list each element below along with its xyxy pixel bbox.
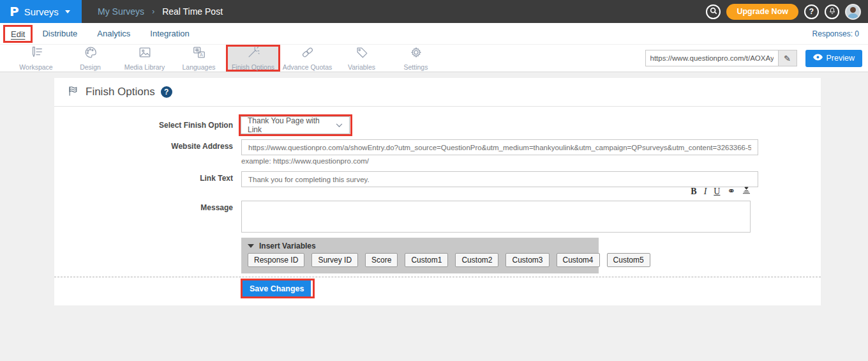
product-switcher[interactable]: P Surveys xyxy=(0,0,82,23)
insert-link-button[interactable]: ⚭ xyxy=(727,187,735,196)
toolbar-label: Finish Options xyxy=(232,63,274,71)
insert-variables-header[interactable]: Insert Variables xyxy=(241,238,599,253)
product-name: Surveys xyxy=(24,6,59,17)
search-button[interactable] xyxy=(706,4,721,19)
message-textarea[interactable] xyxy=(241,201,751,233)
media-library-icon xyxy=(138,45,152,62)
avatar-torso xyxy=(848,13,858,19)
tab-distribute[interactable]: Distribute xyxy=(42,29,77,38)
italic-button[interactable]: I xyxy=(704,187,707,196)
tag-icon xyxy=(355,45,369,62)
bold-button[interactable]: B xyxy=(691,187,696,196)
edit-tab-highlight: Edit xyxy=(3,25,33,43)
responses-count[interactable]: Responses: 0 xyxy=(812,29,859,38)
collapse-triangle-icon xyxy=(248,244,254,248)
toolbar-item-settings[interactable]: Settings xyxy=(389,45,443,72)
link-text-input[interactable] xyxy=(241,171,758,187)
var-score-button[interactable]: Score xyxy=(365,253,398,267)
finish-option-select[interactable]: Thank You Page with Link xyxy=(241,116,350,134)
top-navbar: P Surveys My Surveys › Real Time Post Up… xyxy=(0,0,868,23)
finish-options-help-badge[interactable]: ? xyxy=(161,86,172,98)
survey-tabs: Edit Distribute Analytics Integration Re… xyxy=(0,23,868,45)
breadcrumb: My Surveys › Real Time Post xyxy=(98,6,223,17)
toolbar-item-variables[interactable]: Variables xyxy=(334,45,389,72)
var-custom5-button[interactable]: Custom5 xyxy=(607,253,650,267)
save-changes-highlight: Save Changes xyxy=(241,279,315,298)
navbar-actions: Upgrade Now ? xyxy=(706,4,868,20)
breadcrumb-my-surveys[interactable]: My Surveys xyxy=(98,6,144,17)
breadcrumb-separator: › xyxy=(152,7,154,16)
finish-options-panel: Finish Options ? Select Finish Option Th… xyxy=(54,78,821,305)
form-bottom-separator xyxy=(54,277,821,277)
tab-edit[interactable]: Edit xyxy=(11,29,25,39)
toolbar-label: Advance Quotas xyxy=(283,63,333,71)
languages-icon: A xyxy=(192,45,206,62)
var-custom1-button[interactable]: Custom1 xyxy=(405,253,448,267)
toolbar-label: Settings xyxy=(404,63,428,71)
design-palette-icon xyxy=(84,45,98,62)
upgrade-now-button[interactable]: Upgrade Now xyxy=(726,4,798,20)
edit-url-button[interactable]: ✎ xyxy=(778,50,797,66)
toolbar-item-finish-options[interactable]: Finish Options xyxy=(226,45,280,72)
panel-header: Finish Options ? xyxy=(54,78,821,107)
var-response-id-button[interactable]: Response ID xyxy=(248,253,304,267)
toolbar-item-media-library[interactable]: Media Library xyxy=(117,45,172,72)
page-title: Finish Options xyxy=(86,86,155,98)
toolbar-label: Variables xyxy=(348,63,375,71)
survey-url-input[interactable] xyxy=(646,50,778,66)
chain-links-icon xyxy=(301,45,315,62)
toolbar-item-languages[interactable]: A Languages xyxy=(172,45,226,72)
questionpro-logo-icon: P xyxy=(10,4,19,19)
gear-icon xyxy=(409,45,423,62)
workspace-icon xyxy=(29,45,43,62)
website-address-input[interactable] xyxy=(241,139,758,155)
var-survey-id-button[interactable]: Survey ID xyxy=(311,253,358,267)
pencil-icon: ✎ xyxy=(784,54,791,63)
toolbar-item-advance-quotas[interactable]: Advance Quotas xyxy=(280,45,334,72)
edit-toolbar: Workspace Design Media Library A Languag… xyxy=(0,45,868,72)
finish-options-wand-icon xyxy=(246,45,260,62)
eye-icon xyxy=(813,54,823,63)
align-button[interactable] xyxy=(742,187,751,196)
save-changes-button[interactable]: Save Changes xyxy=(243,280,311,296)
user-avatar[interactable] xyxy=(845,4,861,20)
chevron-down-icon xyxy=(336,121,343,130)
select-finish-option-label: Select Finish Option xyxy=(54,121,233,130)
var-custom3-button[interactable]: Custom3 xyxy=(505,253,549,267)
toolbar-right: ✎ Preview xyxy=(645,45,868,72)
toolbar-label: Languages xyxy=(183,63,216,71)
link-text-label: Link Text xyxy=(54,174,233,183)
toolbar-label: Workspace xyxy=(19,63,52,71)
var-custom2-button[interactable]: Custom2 xyxy=(455,253,498,267)
finish-option-selected-value: Thank You Page with Link xyxy=(248,116,336,134)
avatar-head xyxy=(850,7,856,13)
toolbar-label: Media Library xyxy=(124,63,165,71)
svg-text:A: A xyxy=(200,52,203,57)
message-editor-toolbar: B I U ⚭ xyxy=(241,187,751,196)
underline-button[interactable]: U xyxy=(714,187,720,196)
variable-buttons-row: Response ID Survey ID Score Custom1 Cust… xyxy=(241,253,599,267)
bell-icon xyxy=(828,7,836,17)
help-button[interactable]: ? xyxy=(804,4,819,19)
insert-variables-title: Insert Variables xyxy=(259,242,316,250)
preview-button[interactable]: Preview xyxy=(805,50,862,67)
message-label: Message xyxy=(54,203,233,212)
finish-option-highlight: Thank You Page with Link xyxy=(239,114,352,136)
insert-variables-panel: Insert Variables Response ID Survey ID S… xyxy=(241,238,599,273)
tab-integration[interactable]: Integration xyxy=(150,29,189,38)
var-custom4-button[interactable]: Custom4 xyxy=(557,253,600,267)
tab-analytics[interactable]: Analytics xyxy=(97,29,130,38)
website-address-label: Website Address xyxy=(54,142,233,151)
toolbar-item-workspace[interactable]: Workspace xyxy=(9,45,63,72)
search-icon xyxy=(710,7,717,17)
toolbar-item-design[interactable]: Design xyxy=(63,45,117,72)
breadcrumb-current-survey: Real Time Post xyxy=(162,6,223,17)
chevron-down-icon xyxy=(65,10,70,13)
website-address-example: example: https://www.questionpro.com/ xyxy=(241,157,369,165)
survey-url-box: ✎ xyxy=(645,50,797,66)
notifications-button[interactable] xyxy=(825,4,839,19)
preview-label: Preview xyxy=(827,54,855,63)
toolbar-label: Design xyxy=(80,63,101,71)
flag-icon xyxy=(68,85,80,100)
